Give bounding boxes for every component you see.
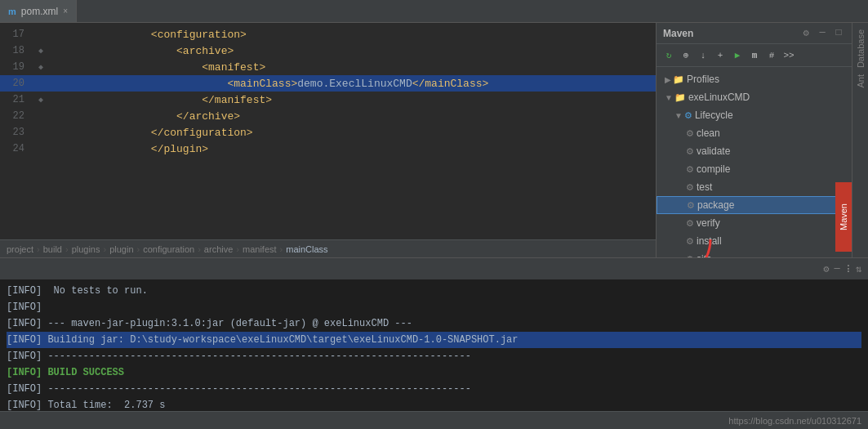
line-content-24: </plugin> bbox=[49, 143, 656, 155]
line-content-22: </archive> bbox=[49, 110, 656, 123]
maven-add-button[interactable]: ⊕ bbox=[679, 50, 693, 60]
clean-gear-icon: ⚙ bbox=[686, 128, 694, 139]
console-sort-button[interactable]: ⇅ bbox=[856, 263, 861, 275]
gutter-18: ◆ bbox=[33, 46, 49, 56]
sep-1: › bbox=[37, 244, 40, 254]
site-label: site bbox=[697, 253, 712, 257]
console-line-1: [INFO] No tests to run. bbox=[7, 283, 861, 299]
breadcrumb-archive[interactable]: archive bbox=[204, 244, 233, 254]
code-line-23: 23 </configuration> bbox=[0, 124, 656, 141]
sep-6: › bbox=[236, 244, 239, 254]
profiles-arrow-icon: ▶ bbox=[665, 75, 671, 84]
tab-bar: m pom.xml × bbox=[0, 0, 868, 23]
tab-close-button[interactable]: × bbox=[63, 7, 68, 16]
tree-item-validate[interactable]: ⚙ validate bbox=[657, 142, 852, 160]
breadcrumb-manifest[interactable]: manifest bbox=[243, 244, 277, 254]
maven-download-button[interactable]: ↓ bbox=[696, 51, 710, 60]
sep-4: › bbox=[137, 244, 140, 254]
line-num-24: 24 bbox=[0, 143, 33, 154]
console-filter-button[interactable]: ⫶ bbox=[845, 262, 851, 275]
line-num-23: 23 bbox=[0, 127, 33, 138]
footer-link: https://blog.csdn.net/u010312671 bbox=[728, 416, 861, 426]
maven-hash-button[interactable]: # bbox=[764, 51, 779, 60]
breadcrumb-plugins[interactable]: plugins bbox=[72, 244, 100, 254]
lifecycle-label: Lifecycle bbox=[695, 109, 733, 121]
maven-play-button[interactable]: ▶ bbox=[730, 50, 745, 60]
console-line-2: [INFO] bbox=[7, 299, 861, 315]
tree-item-project[interactable]: ▼ 📁 exeLinuxCMD bbox=[657, 88, 852, 106]
package-label: package bbox=[697, 199, 734, 211]
code-line-22: 22 </archive> bbox=[0, 108, 656, 124]
maven-vertical-tab[interactable]: Maven bbox=[835, 182, 852, 252]
tree-item-package[interactable]: ⚙ package bbox=[657, 196, 852, 214]
tree-item-verify[interactable]: ⚙ verify bbox=[657, 214, 852, 232]
console-content: [INFO] No tests to run. [INFO] [INFO] --… bbox=[0, 279, 868, 411]
console-header: ⚙ — ⫶ ⇅ bbox=[0, 258, 868, 279]
code-line-24: 24 </plugin> bbox=[0, 141, 656, 157]
console-text-5: [INFO] ---------------------------------… bbox=[7, 351, 471, 362]
console-header-icons: ⚙ — ⫶ ⇅ bbox=[823, 262, 861, 275]
main-area: 17 <configuration> 18 ◆ <archive> 19 ◆ bbox=[0, 23, 868, 257]
sep-3: › bbox=[103, 244, 106, 254]
code-line-18: 18 ◆ <archive> bbox=[0, 42, 656, 59]
gutter-19: ◆ bbox=[33, 62, 49, 72]
verify-label: verify bbox=[697, 217, 720, 229]
line-num-19: 19 bbox=[0, 61, 33, 73]
maven-more-button[interactable]: >> bbox=[781, 51, 796, 60]
line-num-17: 17 bbox=[0, 29, 33, 40]
console-area: ⚙ — ⫶ ⇅ [INFO] No tests to run. [INFO] [… bbox=[0, 257, 868, 429]
line-content-20: <mainClass>demo.ExeclLinuxCMD</mainClass… bbox=[49, 78, 656, 90]
breadcrumb-configuration[interactable]: configuration bbox=[143, 244, 194, 254]
breadcrumb-mainclass[interactable]: mainClass bbox=[286, 244, 327, 254]
code-line-20: 20 <mainClass>demo.ExeclLinuxCMD</mainCl… bbox=[0, 75, 656, 92]
editor-pane: 17 <configuration> 18 ◆ <archive> 19 ◆ bbox=[0, 23, 656, 257]
editor-content: 17 <configuration> 18 ◆ <archive> 19 ◆ bbox=[0, 23, 656, 239]
install-label: install bbox=[697, 235, 722, 247]
console-text-7: [INFO] ---------------------------------… bbox=[7, 383, 471, 395]
breadcrumb-project[interactable]: project bbox=[7, 244, 33, 254]
maven-minimize-button[interactable]: — bbox=[816, 27, 829, 39]
line-content-18: <archive> bbox=[49, 45, 656, 57]
tree-item-install[interactable]: ⚙ install bbox=[657, 232, 852, 250]
ant-tab[interactable]: Ant bbox=[856, 74, 866, 88]
tree-item-profiles[interactable]: ▶ 📁 Profiles bbox=[657, 70, 852, 88]
maven-header-icons: ⚙ — □ bbox=[799, 27, 845, 39]
tree-item-clean[interactable]: ⚙ clean bbox=[657, 124, 852, 142]
sep-7: › bbox=[280, 244, 283, 254]
maven-expand-button[interactable]: □ bbox=[832, 27, 845, 39]
breadcrumb-build[interactable]: build bbox=[43, 244, 62, 254]
breadcrumb: project › build › plugins › plugin › con… bbox=[0, 239, 656, 257]
pom-xml-tab[interactable]: m pom.xml × bbox=[0, 0, 77, 22]
breadcrumb-plugin[interactable]: plugin bbox=[109, 244, 133, 254]
maven-tree: ▶ 📁 Profiles ▼ 📁 exeLinuxCMD ▼ ⚙ Lifecyc bbox=[657, 67, 852, 257]
project-name-label: exeLinuxCMD bbox=[688, 92, 750, 103]
maven-run-button[interactable]: + bbox=[713, 51, 728, 60]
maven-toolbar: ↻ ⊕ ↓ + ▶ m # >> bbox=[657, 44, 852, 67]
tree-item-site[interactable]: ⚙ site bbox=[657, 250, 852, 257]
console-minimize-button[interactable]: — bbox=[835, 263, 840, 275]
database-tab[interactable]: Database bbox=[856, 29, 866, 68]
maven-tab-label: Maven bbox=[839, 203, 848, 230]
console-settings-button[interactable]: ⚙ bbox=[823, 263, 829, 275]
maven-header: Maven ⚙ — □ bbox=[657, 23, 852, 44]
console-line-3: [INFO] --- maven-jar-plugin:3.1.0:jar (d… bbox=[7, 315, 861, 332]
validate-label: validate bbox=[697, 145, 730, 157]
line-num-21: 21 bbox=[0, 94, 33, 105]
tree-item-lifecycle[interactable]: ▼ ⚙ Lifecycle bbox=[657, 106, 852, 124]
profiles-label: Profiles bbox=[687, 74, 719, 85]
project-folder-icon: 📁 bbox=[674, 92, 686, 103]
code-line-17: 17 <configuration> bbox=[0, 26, 656, 42]
maven-m-button[interactable]: m bbox=[747, 51, 762, 60]
gutter-21: ◆ bbox=[33, 95, 49, 105]
tree-item-test[interactable]: ⚙ test bbox=[657, 178, 852, 196]
profiles-folder-icon: 📁 bbox=[673, 74, 684, 85]
console-line-7: [INFO] ---------------------------------… bbox=[7, 381, 861, 397]
m-icon: m bbox=[8, 7, 16, 16]
tree-item-compile[interactable]: ⚙ compile bbox=[657, 160, 852, 178]
console-line-4: [INFO] Building jar: D:\study-workspace\… bbox=[7, 332, 861, 348]
right-sidebar: Database Ant bbox=[852, 23, 868, 257]
test-gear-icon: ⚙ bbox=[686, 182, 694, 193]
console-line-6: [INFO] BUILD SUCCESS bbox=[7, 364, 861, 381]
maven-refresh-button[interactable]: ↻ bbox=[661, 50, 676, 60]
maven-settings-button[interactable]: ⚙ bbox=[799, 27, 812, 39]
